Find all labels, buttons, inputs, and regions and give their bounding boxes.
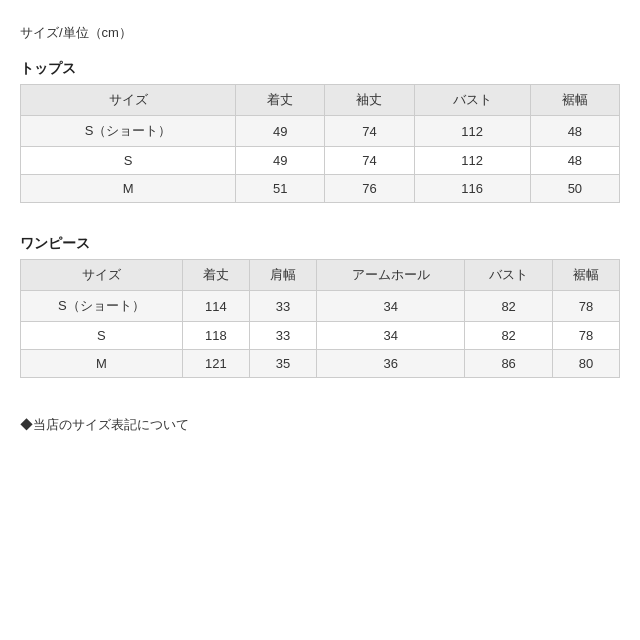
onepiece-header-cell: アームホール xyxy=(317,260,465,291)
tops-header-row: サイズ着丈袖丈バスト裾幅 xyxy=(21,85,620,116)
table-cell: 114 xyxy=(182,291,249,322)
onepiece-header-cell: 着丈 xyxy=(182,260,249,291)
table-cell: 51 xyxy=(236,175,325,203)
table-cell: 74 xyxy=(325,116,414,147)
onepiece-header-cell: バスト xyxy=(465,260,552,291)
table-row: M517611650 xyxy=(21,175,620,203)
table-cell: 112 xyxy=(414,147,530,175)
table-cell: 86 xyxy=(465,350,552,378)
table-cell: 48 xyxy=(530,147,619,175)
table-row: M12135368680 xyxy=(21,350,620,378)
table-cell: 78 xyxy=(552,291,619,322)
onepiece-section: ワンピース サイズ着丈肩幅アームホールバスト裾幅 S（ショート）11433348… xyxy=(20,235,620,396)
table-cell: 50 xyxy=(530,175,619,203)
table-cell: M xyxy=(21,175,236,203)
table-cell: 74 xyxy=(325,147,414,175)
table-row: S（ショート）497411248 xyxy=(21,116,620,147)
table-cell: 35 xyxy=(249,350,316,378)
onepiece-header-cell: 裾幅 xyxy=(552,260,619,291)
table-cell: 80 xyxy=(552,350,619,378)
tops-header-cell: サイズ xyxy=(21,85,236,116)
table-cell: 33 xyxy=(249,322,316,350)
table-cell: 49 xyxy=(236,147,325,175)
table-cell: S（ショート） xyxy=(21,116,236,147)
table-cell: 48 xyxy=(530,116,619,147)
table-cell: S xyxy=(21,147,236,175)
unit-label: サイズ/単位（cm） xyxy=(20,24,620,42)
onepiece-header-cell: サイズ xyxy=(21,260,183,291)
tops-table: サイズ着丈袖丈バスト裾幅 S（ショート）497411248S497411248M… xyxy=(20,84,620,203)
tops-section: トップス サイズ着丈袖丈バスト裾幅 S（ショート）497411248S49741… xyxy=(20,60,620,221)
tops-header-cell: 袖丈 xyxy=(325,85,414,116)
tops-tbody: S（ショート）497411248S497411248M517611650 xyxy=(21,116,620,203)
table-row: S11833348278 xyxy=(21,322,620,350)
tops-header-cell: バスト xyxy=(414,85,530,116)
table-cell: 36 xyxy=(317,350,465,378)
onepiece-section-title: ワンピース xyxy=(20,235,620,253)
table-cell: 121 xyxy=(182,350,249,378)
table-cell: S xyxy=(21,322,183,350)
onepiece-header-row: サイズ着丈肩幅アームホールバスト裾幅 xyxy=(21,260,620,291)
table-cell: 118 xyxy=(182,322,249,350)
onepiece-header-cell: 肩幅 xyxy=(249,260,316,291)
table-cell: 112 xyxy=(414,116,530,147)
table-cell: 82 xyxy=(465,322,552,350)
table-cell: 116 xyxy=(414,175,530,203)
table-cell: M xyxy=(21,350,183,378)
table-cell: 33 xyxy=(249,291,316,322)
tops-header-cell: 裾幅 xyxy=(530,85,619,116)
onepiece-table: サイズ着丈肩幅アームホールバスト裾幅 S（ショート）11433348278S11… xyxy=(20,259,620,378)
table-cell: 49 xyxy=(236,116,325,147)
tops-header-cell: 着丈 xyxy=(236,85,325,116)
tops-section-title: トップス xyxy=(20,60,620,78)
onepiece-tbody: S（ショート）11433348278S11833348278M121353686… xyxy=(21,291,620,378)
table-cell: 34 xyxy=(317,322,465,350)
page-container: サイズ/単位（cm） トップス サイズ着丈袖丈バスト裾幅 S（ショート）4974… xyxy=(0,0,640,640)
table-cell: 76 xyxy=(325,175,414,203)
table-cell: 34 xyxy=(317,291,465,322)
table-cell: 82 xyxy=(465,291,552,322)
notice-label: ◆当店のサイズ表記について xyxy=(20,416,620,434)
table-cell: 78 xyxy=(552,322,619,350)
table-row: S497411248 xyxy=(21,147,620,175)
table-row: S（ショート）11433348278 xyxy=(21,291,620,322)
table-cell: S（ショート） xyxy=(21,291,183,322)
